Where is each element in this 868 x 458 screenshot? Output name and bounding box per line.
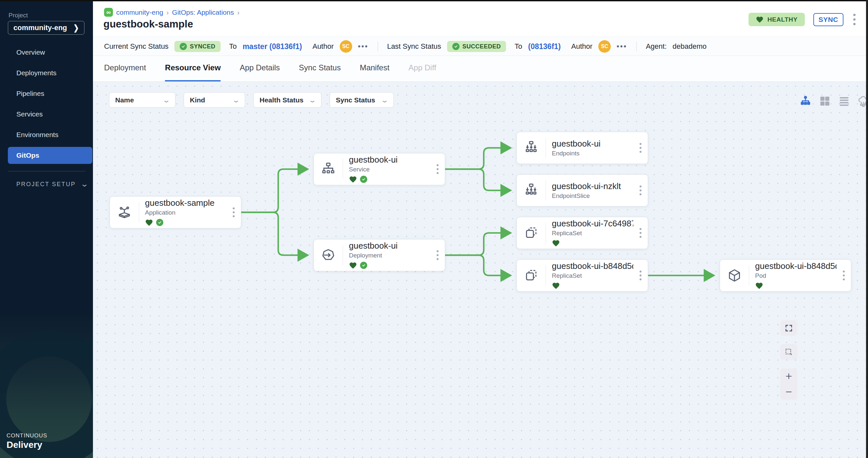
node-service-guestbook-ui[interactable]: guestbook-ui Service <box>314 153 445 185</box>
node-menu-button[interactable] <box>226 207 241 217</box>
to-label: To <box>515 42 522 51</box>
node-replicaset-guestbook-ui-7c64987dc9[interactable]: guestbook-ui-7c64987dc9 ReplicaSet <box>517 217 648 249</box>
zoom-in-button[interactable] <box>780 368 797 384</box>
application-icon <box>110 205 139 220</box>
filter-kind-dropdown[interactable]: Kind ⌄ <box>184 92 245 108</box>
divider <box>636 41 637 52</box>
filter-health-status-dropdown[interactable]: Health Status ⌄ <box>253 92 321 108</box>
gitops-module-icon: ∞ <box>104 8 113 17</box>
succeeded-badge: SUCCEEDED <box>447 41 506 52</box>
more-options-button[interactable]: ••• <box>358 42 369 51</box>
breadcrumb-separator-icon: › <box>237 8 240 17</box>
node-title: guestbook-ui <box>552 139 633 149</box>
node-menu-button[interactable] <box>837 270 851 281</box>
node-status-icons <box>755 281 837 290</box>
node-title: guestbook-ui-b848d5d9... <box>755 261 837 271</box>
author-label: Author <box>313 42 334 51</box>
sidebar-item-deployments[interactable]: Deployments <box>0 63 93 83</box>
breadcrumb-section-link[interactable]: GitOps: Applications <box>172 8 234 17</box>
tab-manifest[interactable]: Manifest <box>360 63 390 81</box>
tab-sync-status[interactable]: Sync Status <box>299 63 341 81</box>
endpointslice-icon <box>517 183 546 198</box>
breadcrumb: ∞ community-eng › GitOps: Applications › <box>104 8 240 17</box>
node-kind: Endpoints <box>552 150 633 157</box>
marquee-select-button[interactable] <box>780 344 797 360</box>
scrollbar-track[interactable] <box>866 0 868 458</box>
brand-line2: Delivery <box>6 440 47 450</box>
replicaset-icon <box>517 225 546 240</box>
sidebar-nav: Overview Deployments Pipelines Services … <box>0 42 93 189</box>
last-sync-target-link[interactable]: (08136f1) <box>528 42 561 51</box>
project-label: Project <box>8 12 28 19</box>
tab-resource-view[interactable]: Resource View <box>165 63 221 81</box>
project-selector[interactable]: community-eng ❯ <box>8 21 85 35</box>
zoom-control <box>780 368 797 400</box>
node-endpoints-guestbook-ui[interactable]: guestbook-ui Endpoints <box>517 132 648 164</box>
node-replicaset-guestbook-ui-b848d5d9d[interactable]: guestbook-ui-b848d5d9d ReplicaSet <box>517 259 648 292</box>
healthy-heart-icon <box>552 282 560 290</box>
fit-to-screen-button[interactable] <box>780 320 797 336</box>
node-menu-button[interactable] <box>633 270 648 281</box>
current-sync-target-link[interactable]: master (08136f1) <box>243 42 302 51</box>
resource-tree-canvas[interactable]: Name ⌄ Kind ⌄ Health Status ⌄ Sync Statu… <box>93 82 868 458</box>
list-view-button[interactable] <box>838 95 850 107</box>
canvas-controls <box>780 320 797 400</box>
node-menu-button[interactable] <box>633 228 648 238</box>
grid-view-button[interactable] <box>818 95 831 107</box>
deployment-icon <box>314 248 343 263</box>
synced-badge: SYNCED <box>175 41 221 52</box>
node-pod-guestbook-ui-b848d5d9[interactable]: guestbook-ui-b848d5d9... Pod <box>720 259 851 292</box>
filter-sync-status-dropdown[interactable]: Sync Status ⌄ <box>330 92 394 108</box>
node-endpointslice-guestbook-ui-nzklt[interactable]: guestbook-ui-nzklt EndpointSlice <box>517 174 648 206</box>
sidebar-item-services[interactable]: Services <box>0 104 93 124</box>
sidebar-item-pipelines[interactable]: Pipelines <box>0 83 93 104</box>
module-brand: CONTINUOUS Delivery <box>6 432 47 450</box>
node-menu-button[interactable] <box>633 143 648 153</box>
tab-deployment[interactable]: Deployment <box>104 63 146 81</box>
node-deployment-guestbook-ui[interactable]: guestbook-ui Deployment <box>314 239 445 271</box>
node-kind: Application <box>145 209 226 216</box>
node-kind: Deployment <box>349 252 430 259</box>
node-title: guestbook-ui <box>349 155 430 165</box>
app-menu-button[interactable] <box>852 12 857 27</box>
node-kind: Service <box>349 166 430 173</box>
to-label: To <box>229 42 237 51</box>
more-options-button[interactable]: ••• <box>617 42 627 51</box>
sync-status-bar: Current Sync Status SYNCED To master (08… <box>93 37 868 56</box>
zoom-out-button[interactable] <box>780 384 797 400</box>
sync-button[interactable]: SYNC <box>813 13 843 26</box>
chevron-down-icon: ⌄ <box>308 96 316 104</box>
endpoints-icon <box>517 140 546 155</box>
agent-label: Agent: <box>646 42 667 51</box>
tree-view-button[interactable] <box>799 95 812 107</box>
check-circle-icon <box>452 43 460 50</box>
divider <box>378 41 378 52</box>
sidebar-item-project-setup[interactable]: PROJECT SETUP ⌄ <box>17 180 93 189</box>
chevron-down-icon: ⌄ <box>232 96 240 104</box>
resource-filters: Name ⌄ Kind ⌄ Health Status ⌄ Sync Statu… <box>109 92 394 108</box>
breadcrumb-project-link[interactable]: community-eng <box>116 8 163 17</box>
node-application-guestbook-sample[interactable]: guestbook-sample Application <box>110 196 241 228</box>
node-menu-button[interactable] <box>430 164 445 174</box>
sidebar-item-environments[interactable]: Environments <box>0 124 93 145</box>
node-status-icons <box>552 281 633 290</box>
sidebar-item-overview[interactable]: Overview <box>0 42 93 63</box>
healthy-heart-icon <box>145 219 153 227</box>
node-kind: Pod <box>755 272 837 280</box>
health-status-badge[interactable]: HEALTHY <box>748 13 805 26</box>
node-title: guestbook-ui-b848d5d9d <box>552 261 633 271</box>
node-title: guestbook-ui-nzklt <box>552 181 633 191</box>
author-avatar[interactable]: SC <box>598 40 611 53</box>
author-avatar[interactable]: SC <box>340 40 352 53</box>
replicaset-icon <box>517 268 546 283</box>
chevron-down-icon: ⌄ <box>162 96 170 104</box>
tab-app-details[interactable]: App Details <box>240 63 280 81</box>
node-menu-button[interactable] <box>430 250 445 260</box>
tab-app-diff[interactable]: App Diff <box>408 63 436 81</box>
filter-name-dropdown[interactable]: Name ⌄ <box>109 92 176 108</box>
node-menu-button[interactable] <box>633 186 648 195</box>
node-title: guestbook-ui-7c64987dc9 <box>552 219 633 229</box>
header-actions: HEALTHY SYNC <box>748 12 857 27</box>
sidebar-item-gitops[interactable]: GitOps <box>8 147 92 164</box>
breadcrumb-separator-icon: › <box>166 8 169 17</box>
